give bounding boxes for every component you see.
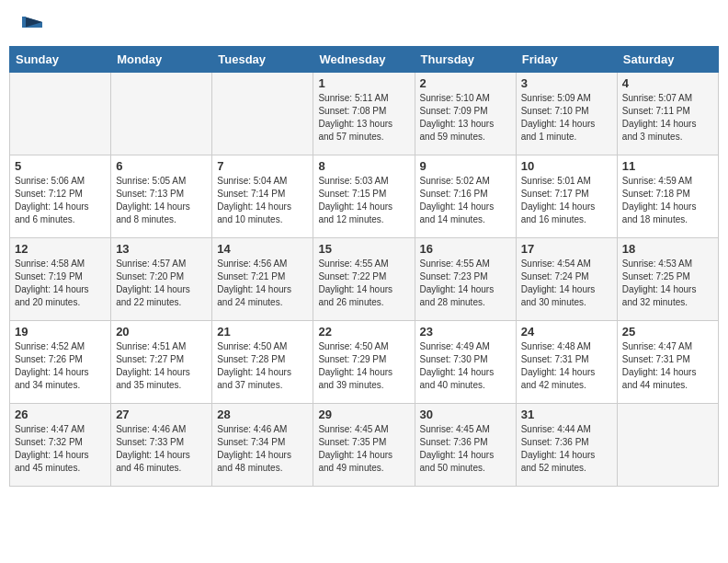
day-number: 6 [116, 159, 207, 173]
calendar-cell [617, 404, 718, 487]
day-number: 9 [420, 159, 511, 173]
day-number: 24 [521, 325, 612, 339]
day-header-wednesday: Wednesday [313, 47, 415, 73]
cell-info: Sunrise: 5:03 AM Sunset: 7:15 PM Dayligh… [318, 175, 409, 226]
day-header-saturday: Saturday [617, 47, 718, 73]
calendar-cell: 4Sunrise: 5:07 AM Sunset: 7:11 PM Daylig… [617, 73, 718, 155]
cell-info: Sunrise: 4:47 AM Sunset: 7:31 PM Dayligh… [622, 340, 713, 392]
calendar-cell: 9Sunrise: 5:02 AM Sunset: 7:16 PM Daylig… [415, 155, 516, 238]
calendar-cell: 7Sunrise: 5:04 AM Sunset: 7:14 PM Daylig… [212, 155, 313, 238]
week-row-5: 26Sunrise: 4:47 AM Sunset: 7:32 PM Dayli… [10, 404, 719, 487]
day-number: 18 [622, 242, 713, 256]
calendar-cell: 11Sunrise: 4:59 AM Sunset: 7:18 PM Dayli… [617, 155, 718, 238]
day-number: 26 [15, 408, 106, 421]
day-number: 25 [622, 325, 713, 339]
day-number: 21 [217, 325, 308, 339]
calendar-cell: 8Sunrise: 5:03 AM Sunset: 7:15 PM Daylig… [313, 155, 415, 238]
day-number: 2 [420, 76, 511, 90]
calendar-cell: 1Sunrise: 5:11 AM Sunset: 7:08 PM Daylig… [313, 73, 415, 155]
cell-info: Sunrise: 4:50 AM Sunset: 7:28 PM Dayligh… [217, 340, 308, 392]
cell-info: Sunrise: 5:07 AM Sunset: 7:11 PM Dayligh… [622, 92, 713, 144]
cell-info: Sunrise: 5:06 AM Sunset: 7:12 PM Dayligh… [15, 175, 106, 226]
cell-info: Sunrise: 5:11 AM Sunset: 7:08 PM Dayligh… [318, 92, 409, 144]
day-number: 16 [420, 242, 511, 256]
calendar-cell: 20Sunrise: 4:51 AM Sunset: 7:27 PM Dayli… [111, 321, 212, 404]
cell-info: Sunrise: 5:05 AM Sunset: 7:13 PM Dayligh… [116, 175, 207, 226]
day-number: 3 [521, 76, 612, 90]
cell-info: Sunrise: 4:49 AM Sunset: 7:30 PM Dayligh… [420, 340, 511, 392]
cell-info: Sunrise: 5:10 AM Sunset: 7:09 PM Dayligh… [420, 92, 511, 144]
calendar-cell: 6Sunrise: 5:05 AM Sunset: 7:13 PM Daylig… [111, 155, 212, 238]
cell-info: Sunrise: 4:45 AM Sunset: 7:36 PM Dayligh… [420, 423, 511, 475]
page-header [9, 9, 719, 39]
cell-info: Sunrise: 5:04 AM Sunset: 7:14 PM Dayligh… [217, 175, 308, 226]
day-number: 29 [318, 408, 409, 421]
calendar-cell: 30Sunrise: 4:45 AM Sunset: 7:36 PM Dayli… [415, 404, 516, 487]
day-number: 14 [217, 242, 308, 256]
calendar-cell: 5Sunrise: 5:06 AM Sunset: 7:12 PM Daylig… [10, 155, 111, 238]
calendar-cell: 17Sunrise: 4:54 AM Sunset: 7:24 PM Dayli… [516, 238, 617, 321]
cell-info: Sunrise: 4:54 AM Sunset: 7:24 PM Dayligh… [521, 258, 612, 309]
cell-info: Sunrise: 4:46 AM Sunset: 7:33 PM Dayligh… [116, 423, 207, 475]
calendar-cell: 24Sunrise: 4:48 AM Sunset: 7:31 PM Dayli… [516, 321, 617, 404]
day-number: 7 [217, 159, 308, 173]
calendar-cell: 10Sunrise: 5:01 AM Sunset: 7:17 PM Dayli… [516, 155, 617, 238]
day-header-sunday: Sunday [10, 47, 111, 73]
calendar-cell: 3Sunrise: 5:09 AM Sunset: 7:10 PM Daylig… [516, 73, 617, 155]
cell-info: Sunrise: 4:55 AM Sunset: 7:22 PM Dayligh… [318, 258, 409, 309]
week-row-2: 5Sunrise: 5:06 AM Sunset: 7:12 PM Daylig… [10, 155, 719, 238]
calendar-cell: 13Sunrise: 4:57 AM Sunset: 7:20 PM Dayli… [111, 238, 212, 321]
logo-icon [15, 9, 44, 39]
day-number: 15 [318, 242, 409, 256]
logo [13, 9, 44, 39]
day-number: 1 [318, 76, 409, 90]
calendar-cell: 26Sunrise: 4:47 AM Sunset: 7:32 PM Dayli… [10, 404, 111, 487]
cell-info: Sunrise: 4:48 AM Sunset: 7:31 PM Dayligh… [521, 340, 612, 392]
calendar-cell: 2Sunrise: 5:10 AM Sunset: 7:09 PM Daylig… [415, 73, 516, 155]
calendar-cell: 14Sunrise: 4:56 AM Sunset: 7:21 PM Dayli… [212, 238, 313, 321]
cell-info: Sunrise: 4:50 AM Sunset: 7:29 PM Dayligh… [318, 340, 409, 392]
day-number: 10 [521, 159, 612, 173]
header-row: SundayMondayTuesdayWednesdayThursdayFrid… [10, 47, 719, 73]
cell-info: Sunrise: 4:53 AM Sunset: 7:25 PM Dayligh… [622, 258, 713, 309]
day-number: 11 [622, 159, 713, 173]
calendar-cell [111, 73, 212, 155]
calendar-cell: 29Sunrise: 4:45 AM Sunset: 7:35 PM Dayli… [313, 404, 415, 487]
cell-info: Sunrise: 5:01 AM Sunset: 7:17 PM Dayligh… [521, 175, 612, 226]
day-number: 13 [116, 242, 207, 256]
day-number: 19 [15, 325, 106, 339]
cell-info: Sunrise: 4:51 AM Sunset: 7:27 PM Dayligh… [116, 340, 207, 392]
cell-info: Sunrise: 4:58 AM Sunset: 7:19 PM Dayligh… [15, 258, 106, 309]
calendar-cell: 27Sunrise: 4:46 AM Sunset: 7:33 PM Dayli… [111, 404, 212, 487]
day-number: 5 [15, 159, 106, 173]
day-number: 30 [420, 408, 511, 421]
cell-info: Sunrise: 4:46 AM Sunset: 7:34 PM Dayligh… [217, 423, 308, 475]
cell-info: Sunrise: 4:56 AM Sunset: 7:21 PM Dayligh… [217, 258, 308, 309]
cell-info: Sunrise: 4:52 AM Sunset: 7:26 PM Dayligh… [15, 340, 106, 392]
calendar-cell: 25Sunrise: 4:47 AM Sunset: 7:31 PM Dayli… [617, 321, 718, 404]
cell-info: Sunrise: 4:44 AM Sunset: 7:36 PM Dayligh… [521, 423, 612, 475]
calendar-cell [212, 73, 313, 155]
day-number: 28 [217, 408, 308, 421]
day-header-monday: Monday [111, 47, 212, 73]
day-number: 17 [521, 242, 612, 256]
cell-info: Sunrise: 5:02 AM Sunset: 7:16 PM Dayligh… [420, 175, 511, 226]
calendar-cell: 19Sunrise: 4:52 AM Sunset: 7:26 PM Dayli… [10, 321, 111, 404]
calendar-cell: 21Sunrise: 4:50 AM Sunset: 7:28 PM Dayli… [212, 321, 313, 404]
week-row-3: 12Sunrise: 4:58 AM Sunset: 7:19 PM Dayli… [10, 238, 719, 321]
calendar-cell: 15Sunrise: 4:55 AM Sunset: 7:22 PM Dayli… [313, 238, 415, 321]
day-number: 23 [420, 325, 511, 339]
cell-info: Sunrise: 4:45 AM Sunset: 7:35 PM Dayligh… [318, 423, 409, 475]
svg-rect-2 [22, 17, 26, 28]
day-number: 22 [318, 325, 409, 339]
day-header-tuesday: Tuesday [212, 47, 313, 73]
calendar-cell: 22Sunrise: 4:50 AM Sunset: 7:29 PM Dayli… [313, 321, 415, 404]
day-number: 8 [318, 159, 409, 173]
day-header-thursday: Thursday [415, 47, 516, 73]
week-row-4: 19Sunrise: 4:52 AM Sunset: 7:26 PM Dayli… [10, 321, 719, 404]
cell-info: Sunrise: 4:47 AM Sunset: 7:32 PM Dayligh… [15, 423, 106, 475]
calendar-cell: 18Sunrise: 4:53 AM Sunset: 7:25 PM Dayli… [617, 238, 718, 321]
calendar-cell: 16Sunrise: 4:55 AM Sunset: 7:23 PM Dayli… [415, 238, 516, 321]
day-number: 20 [116, 325, 207, 339]
week-row-1: 1Sunrise: 5:11 AM Sunset: 7:08 PM Daylig… [10, 73, 719, 155]
